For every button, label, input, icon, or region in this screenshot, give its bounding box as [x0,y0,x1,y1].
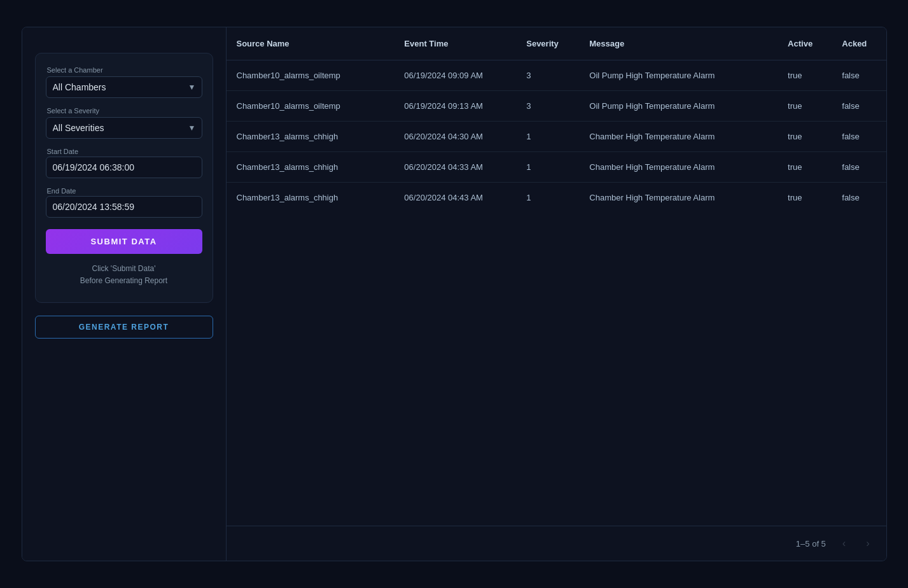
cell-event-time: 06/20/2024 04:30 AM [394,122,516,152]
pagination-info: 1–5 of 5 [796,539,826,549]
right-panel: Source Name Event Time Severity Message … [226,27,886,561]
col-header-active: Active [778,27,832,60]
cell-acked: false [832,60,886,91]
cell-acked: false [832,183,886,213]
severity-select[interactable]: All Severities 1 2 3 [46,117,202,139]
cell-severity: 1 [516,152,579,183]
col-header-acked: Acked [832,27,886,60]
cell-message: Oil Pump High Temperature Alarm [579,91,778,122]
cell-acked: false [832,152,886,183]
cell-active: true [778,91,832,122]
table-body: Chamber10_alarms_oiltemp 06/19/2024 09:0… [227,60,886,213]
table-row: Chamber13_alarms_chhigh 06/20/2024 04:33… [227,152,886,183]
table-header-row: Source Name Event Time Severity Message … [227,27,886,60]
cell-active: true [778,152,832,183]
cell-message: Chamber High Temperature Alarm [579,152,778,183]
cell-source-name: Chamber10_alarms_oiltemp [227,60,395,91]
severity-select-wrapper: All Severities 1 2 3 ▼ [46,117,202,139]
cell-message: Oil Pump High Temperature Alarm [579,60,778,91]
col-header-message: Message [579,27,778,60]
cell-severity: 1 [516,183,579,213]
cell-acked: false [832,122,886,152]
severity-select-label: Select a Severity [46,107,202,115]
generate-report-button[interactable]: GENERATE REPORT [35,316,213,339]
hint-line1: Click 'Submit Data' [92,264,156,273]
cell-severity: 3 [516,60,579,91]
col-header-event-time: Event Time [394,27,516,60]
table-container: Source Name Event Time Severity Message … [227,27,886,526]
left-panel: Select a Chamber All Chambers Chamber10 … [22,27,226,561]
cell-source-name: Chamber13_alarms_chhigh [227,152,395,183]
chamber-select[interactable]: All Chambers Chamber10 Chamber13 [46,76,202,98]
hint-text: Click 'Submit Data' Before Generating Re… [46,263,202,287]
chamber-select-wrapper: All Chambers Chamber10 Chamber13 ▼ [46,76,202,98]
cell-severity: 1 [516,122,579,152]
table-footer: 1–5 of 5 ‹ › [227,526,886,561]
cell-source-name: Chamber13_alarms_chhigh [227,183,395,213]
cell-active: true [778,183,832,213]
cell-message: Chamber High Temperature Alarm [579,122,778,152]
chamber-select-label: Select a Chamber [46,66,202,74]
cell-active: true [778,60,832,91]
end-date-group: End Date [46,187,202,218]
end-date-label: End Date [46,187,202,195]
main-container: Select a Chamber All Chambers Chamber10 … [22,27,887,561]
chamber-select-group: Select a Chamber All Chambers Chamber10 … [46,66,202,98]
start-date-group: Start Date [46,148,202,178]
end-date-input[interactable] [46,196,202,218]
pagination-next-button[interactable]: › [862,535,873,552]
cell-active: true [778,122,832,152]
cell-event-time: 06/20/2024 04:43 AM [394,183,516,213]
cell-source-name: Chamber13_alarms_chhigh [227,122,395,152]
pagination-prev-button[interactable]: ‹ [839,535,849,552]
cell-severity: 3 [516,91,579,122]
table-row: Chamber13_alarms_chhigh 06/20/2024 04:30… [227,122,886,152]
table-row: Chamber13_alarms_chhigh 06/20/2024 04:43… [227,183,886,213]
cell-acked: false [832,91,886,122]
start-date-label: Start Date [46,148,202,155]
table-row: Chamber10_alarms_oiltemp 06/19/2024 09:0… [227,60,886,91]
cell-event-time: 06/20/2024 04:33 AM [394,152,516,183]
hint-line2: Before Generating Report [80,276,167,285]
cell-event-time: 06/19/2024 09:09 AM [394,60,516,91]
table-row: Chamber10_alarms_oiltemp 06/19/2024 09:1… [227,91,886,122]
col-header-severity: Severity [516,27,579,60]
cell-source-name: Chamber10_alarms_oiltemp [227,91,395,122]
cell-event-time: 06/19/2024 09:13 AM [394,91,516,122]
severity-select-group: Select a Severity All Severities 1 2 3 ▼ [46,107,202,139]
filter-card: Select a Chamber All Chambers Chamber10 … [35,53,213,303]
col-header-source-name: Source Name [227,27,395,60]
submit-button[interactable]: SUBMIT DATA [46,229,202,254]
start-date-input[interactable] [46,157,202,178]
cell-message: Chamber High Temperature Alarm [579,183,778,213]
alarms-table: Source Name Event Time Severity Message … [227,27,886,213]
